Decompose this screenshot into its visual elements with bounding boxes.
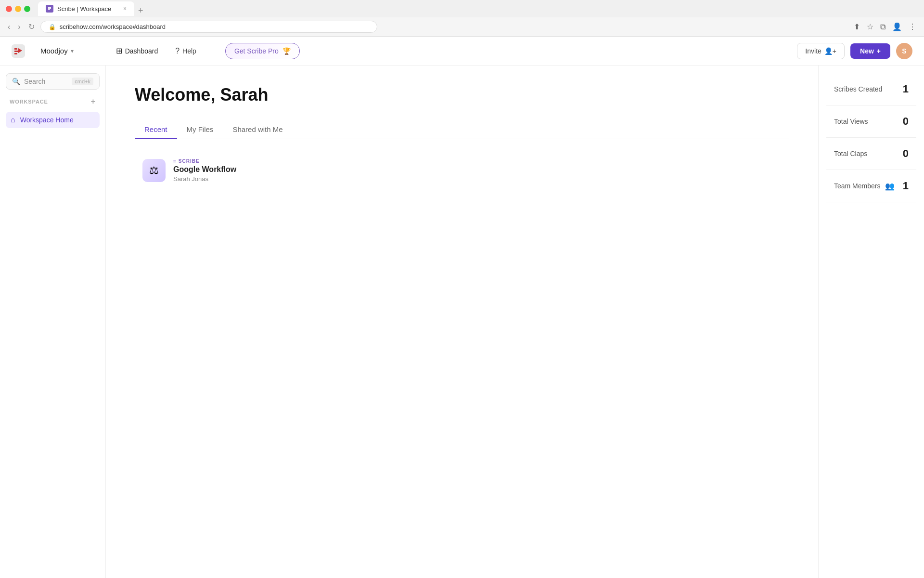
team-members-icon: 👥 bbox=[885, 182, 895, 191]
search-shortcut: cmd+k bbox=[72, 78, 93, 85]
dot-yellow[interactable] bbox=[15, 6, 21, 12]
workspace-section-label: WORKSPACE + bbox=[6, 93, 100, 108]
stat-team-members: Team Members 👥 1 bbox=[826, 170, 916, 202]
header-right: Invite 👤+ New + S bbox=[797, 43, 912, 59]
welcome-title: Welcome, Sarah bbox=[135, 85, 789, 105]
tab-shared-with-me[interactable]: Shared with Me bbox=[223, 120, 292, 139]
browser-dots bbox=[6, 6, 30, 12]
workspace-name: Moodjoy bbox=[40, 47, 68, 55]
nav-help-label: Help bbox=[182, 47, 196, 55]
stat-scribes-label: Scribes Created bbox=[834, 85, 882, 93]
url-text: scribehow.com/workspace#dashboard bbox=[60, 23, 166, 30]
file-icon-symbol: ⚖ bbox=[149, 164, 159, 177]
back-button[interactable]: ‹ bbox=[6, 21, 12, 33]
workspace-selector[interactable]: Moodjoy ▾ bbox=[37, 45, 77, 57]
stat-scribes-created: Scribes Created 1 bbox=[826, 73, 916, 105]
nav-dashboard[interactable]: ⊞ Dashboard bbox=[108, 42, 166, 59]
file-author: Sarah Jonas bbox=[173, 175, 236, 183]
sidebar-item-label: Workspace Home bbox=[20, 116, 74, 124]
header-nav: ⊞ Dashboard ? Help bbox=[108, 42, 204, 59]
plus-icon: + bbox=[877, 47, 881, 55]
browser-tabs: Scribe | Workspace × + bbox=[38, 1, 147, 16]
stat-claps-value: 0 bbox=[903, 147, 909, 160]
tab-favicon bbox=[46, 5, 53, 13]
get-pro-label: Get Scribe Pro bbox=[234, 47, 279, 55]
new-label: New bbox=[860, 47, 874, 55]
extensions-button[interactable]: ⧉ bbox=[878, 21, 887, 33]
bookmark-button[interactable]: ☆ bbox=[865, 20, 875, 33]
stat-scribes-value: 1 bbox=[903, 83, 909, 95]
home-icon: ⌂ bbox=[11, 116, 15, 124]
file-info: ≡ SCRIBE Google Workflow Sarah Jonas bbox=[173, 158, 236, 183]
nav-dashboard-label: Dashboard bbox=[125, 47, 158, 55]
stat-views-label: Total Views bbox=[834, 118, 868, 125]
content-tabs: Recent My Files Shared with Me bbox=[135, 120, 789, 139]
tab-title: Scribe | Workspace bbox=[57, 5, 111, 13]
app-header: Moodjoy ▾ ⊞ Dashboard ? Help Get Scribe … bbox=[0, 37, 924, 66]
new-tab-button[interactable]: + bbox=[134, 6, 147, 16]
stat-views-value: 0 bbox=[903, 115, 909, 128]
sidebar: 🔍 Search cmd+k WORKSPACE + ⌂ Workspace H… bbox=[0, 66, 106, 578]
tab-close-button[interactable]: × bbox=[123, 5, 127, 12]
main-content: Welcome, Sarah Recent My Files Shared wi… bbox=[106, 66, 818, 578]
stat-team-label: Team Members bbox=[834, 182, 880, 190]
user-avatar[interactable]: S bbox=[896, 43, 912, 59]
stat-total-claps: Total Claps 0 bbox=[826, 138, 916, 170]
profile-button[interactable]: 👤 bbox=[890, 20, 904, 33]
chevron-down-icon: ▾ bbox=[71, 48, 74, 54]
sidebar-item-workspace-home[interactable]: ⌂ Workspace Home bbox=[6, 112, 100, 128]
dot-green[interactable] bbox=[24, 6, 30, 12]
file-name: Google Workflow bbox=[173, 165, 236, 174]
browser-chrome: Scribe | Workspace × + ‹ › ↻ 🔒 scribehow… bbox=[0, 0, 924, 37]
invite-icon: 👤+ bbox=[824, 47, 836, 55]
invite-label: Invite bbox=[805, 47, 821, 55]
dot-red[interactable] bbox=[6, 6, 12, 12]
add-workspace-button[interactable]: + bbox=[91, 97, 96, 106]
app-body: 🔍 Search cmd+k WORKSPACE + ⌂ Workspace H… bbox=[0, 66, 924, 578]
nav-help[interactable]: ? Help bbox=[167, 43, 204, 59]
share-button[interactable]: ⬆ bbox=[852, 20, 862, 33]
browser-tab-active[interactable]: Scribe | Workspace × bbox=[38, 1, 134, 16]
trophy-icon: 🏆 bbox=[282, 47, 291, 55]
more-button[interactable]: ⋮ bbox=[907, 20, 918, 33]
reload-button[interactable]: ↻ bbox=[26, 20, 37, 33]
browser-toolbar: ‹ › ↻ 🔒 scribehow.com/workspace#dashboar… bbox=[0, 17, 924, 37]
forward-button[interactable]: › bbox=[16, 21, 22, 33]
tab-recent[interactable]: Recent bbox=[135, 120, 177, 139]
stat-total-views: Total Views 0 bbox=[826, 105, 916, 138]
file-item[interactable]: ⚖ ≡ SCRIBE Google Workflow Sarah Jonas bbox=[135, 153, 789, 188]
stat-team-value: 1 bbox=[903, 180, 909, 192]
dashboard-icon: ⊞ bbox=[116, 46, 122, 55]
file-type: ≡ SCRIBE bbox=[173, 158, 236, 164]
stats-panel: Scribes Created 1 Total Views 0 Total Cl… bbox=[818, 66, 924, 578]
app: Moodjoy ▾ ⊞ Dashboard ? Help Get Scribe … bbox=[0, 37, 924, 578]
list-icon: ≡ bbox=[173, 158, 177, 164]
app-logo bbox=[12, 44, 25, 58]
invite-button[interactable]: Invite 👤+ bbox=[797, 43, 845, 59]
lock-icon: 🔒 bbox=[49, 24, 56, 30]
tab-my-files[interactable]: My Files bbox=[177, 120, 223, 139]
new-button[interactable]: New + bbox=[850, 43, 890, 59]
address-bar[interactable]: 🔒 scribehow.com/workspace#dashboard bbox=[40, 21, 377, 33]
search-bar[interactable]: 🔍 Search cmd+k bbox=[6, 73, 100, 90]
help-icon: ? bbox=[175, 47, 180, 55]
stat-claps-label: Total Claps bbox=[834, 150, 867, 158]
search-label: Search bbox=[24, 78, 45, 85]
get-pro-button[interactable]: Get Scribe Pro 🏆 bbox=[225, 43, 300, 59]
search-icon: 🔍 bbox=[12, 78, 20, 85]
browser-actions: ⬆ ☆ ⧉ 👤 ⋮ bbox=[852, 20, 918, 33]
file-icon: ⚖ bbox=[142, 159, 166, 182]
